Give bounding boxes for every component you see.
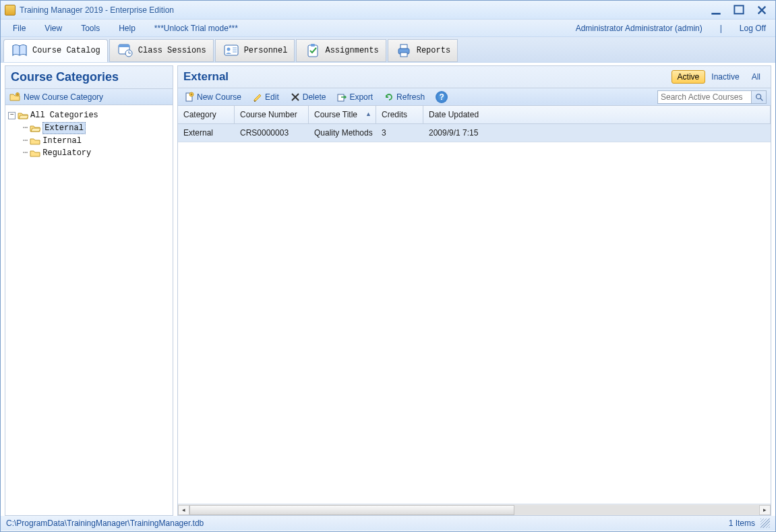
menu-tools[interactable]: Tools <box>78 22 102 34</box>
tab-class-sessions[interactable]: Class Sessions <box>109 39 214 62</box>
tab-label: Course Catalog <box>32 46 100 55</box>
window-title: Training Manager 2019 - Enterprise Editi… <box>20 5 711 15</box>
folder-icon <box>30 136 40 146</box>
logoff-link[interactable]: Log Off <box>740 24 766 33</box>
svg-rect-3 <box>119 45 129 47</box>
app-icon <box>5 5 16 16</box>
tree-node-internal[interactable]: ⋯ Internal <box>8 135 170 147</box>
edit-label: Edit <box>265 92 279 102</box>
filter-all[interactable]: All <box>746 70 767 84</box>
export-button[interactable]: Export <box>334 91 375 103</box>
delete-x-icon <box>290 92 301 102</box>
svg-rect-10 <box>400 45 407 49</box>
tree-node-label: External <box>42 122 86 134</box>
sort-asc-icon: ▲ <box>365 111 371 117</box>
scroll-left-button[interactable]: ◂ <box>178 505 189 515</box>
tab-reports[interactable]: Reports <box>388 39 458 62</box>
filter-inactive[interactable]: Inactive <box>705 70 745 84</box>
tree-connector: ⋯ <box>23 123 28 134</box>
tab-label: Class Sessions <box>138 46 206 55</box>
new-category-button[interactable]: New Course Category <box>24 92 103 102</box>
folder-icon <box>30 148 40 158</box>
status-filters: Active Inactive All <box>671 70 771 84</box>
tree-node-regulatory[interactable]: ⋯ Regulatory <box>8 147 170 159</box>
status-path: C:\ProgramData\TrainingManager\TrainingM… <box>6 519 204 528</box>
svg-point-6 <box>227 47 230 51</box>
col-credits[interactable]: Credits <box>376 106 423 123</box>
collapse-icon[interactable]: − <box>8 112 16 119</box>
sidebar-toolbar: New Course Category <box>5 89 173 105</box>
filter-active[interactable]: Active <box>671 70 706 84</box>
main-panel: External Active Inactive All New Course … <box>177 65 771 516</box>
folder-open-icon <box>18 111 28 120</box>
export-icon <box>336 92 347 102</box>
col-category[interactable]: Category <box>178 106 235 123</box>
close-button[interactable] <box>756 6 767 14</box>
col-course-number[interactable]: Course Number <box>235 106 309 123</box>
tab-assignments[interactable]: Assignments <box>296 39 386 62</box>
scroll-right-button[interactable]: ▸ <box>759 505 771 515</box>
status-item-count: 1 Items <box>729 519 755 528</box>
person-card-icon <box>222 42 240 59</box>
printer-icon <box>395 42 413 59</box>
refresh-icon <box>384 92 394 102</box>
help-icon: ? <box>436 91 448 103</box>
menu-view[interactable]: View <box>42 22 65 34</box>
menu-unlock-trial[interactable]: ***Unlock Trial mode*** <box>152 22 241 34</box>
menu-help[interactable]: Help <box>116 22 138 34</box>
cell-title: Quality Methods <box>309 124 376 142</box>
grid-header: Category Course Number Course Title ▲ Cr… <box>178 106 771 124</box>
scroll-thumb[interactable] <box>189 505 514 515</box>
clipboard-check-icon <box>303 42 321 59</box>
workspace: Course Categories New Course Category − … <box>1 63 775 516</box>
sidebar: Course Categories New Course Category − … <box>5 65 173 516</box>
new-doc-icon <box>184 92 195 102</box>
edit-button[interactable]: Edit <box>250 91 281 103</box>
new-course-button[interactable]: New Course <box>182 91 243 103</box>
tab-course-catalog[interactable]: Course Catalog <box>3 39 108 62</box>
resize-grip[interactable] <box>760 519 770 528</box>
search-input[interactable] <box>657 90 752 104</box>
tab-personnel[interactable]: Personnel <box>215 39 295 62</box>
calendar-clock-icon <box>117 42 134 59</box>
main-tabs: Course Catalog Class Sessions Personnel … <box>1 37 775 63</box>
sidebar-title: Course Categories <box>5 66 173 89</box>
help-button[interactable]: ? <box>434 90 450 104</box>
svg-point-16 <box>756 94 760 98</box>
pencil-icon <box>252 92 263 102</box>
delete-button[interactable]: Delete <box>288 91 328 103</box>
tree-node-label: Regulatory <box>42 148 91 158</box>
horizontal-scrollbar[interactable]: ◂ ▸ <box>178 504 771 515</box>
search-button[interactable] <box>752 90 767 104</box>
tree-root[interactable]: − All Categories <box>8 109 170 121</box>
menu-file[interactable]: File <box>10 22 28 34</box>
window-controls <box>711 6 771 14</box>
svg-rect-11 <box>400 53 407 57</box>
book-icon <box>11 42 28 59</box>
folder-open-icon <box>30 123 40 133</box>
title-bar: Training Manager 2019 - Enterprise Editi… <box>1 1 775 20</box>
new-folder-icon <box>9 92 20 102</box>
cell-category: External <box>178 124 235 142</box>
course-grid: Category Course Number Course Title ▲ Cr… <box>178 106 771 515</box>
svg-rect-1 <box>734 5 743 13</box>
refresh-button[interactable]: Refresh <box>382 91 427 103</box>
tree-node-external[interactable]: ⋯ External <box>8 121 170 135</box>
status-bar: C:\ProgramData\TrainingManager\TrainingM… <box>1 516 775 531</box>
category-tree: − All Categories ⋯ External ⋯ Internal <box>5 105 173 515</box>
tree-connector: ⋯ <box>23 148 28 158</box>
tree-node-label: Internal <box>42 136 82 146</box>
col-date-updated[interactable]: Date Updated <box>423 106 771 123</box>
search-wrap <box>657 90 767 104</box>
svg-rect-8 <box>311 44 315 47</box>
col-course-title[interactable]: Course Title ▲ <box>309 106 376 123</box>
tab-label: Personnel <box>244 46 288 55</box>
delete-label: Delete <box>303 92 326 102</box>
minimize-button[interactable] <box>711 6 721 14</box>
scroll-track[interactable] <box>189 505 759 515</box>
maximize-button[interactable] <box>734 6 744 14</box>
cell-credits: 3 <box>376 124 423 142</box>
table-row[interactable]: External CRS0000003 Quality Methods 3 20… <box>178 124 771 142</box>
svg-rect-15 <box>338 94 344 101</box>
svg-rect-0 <box>711 13 720 15</box>
